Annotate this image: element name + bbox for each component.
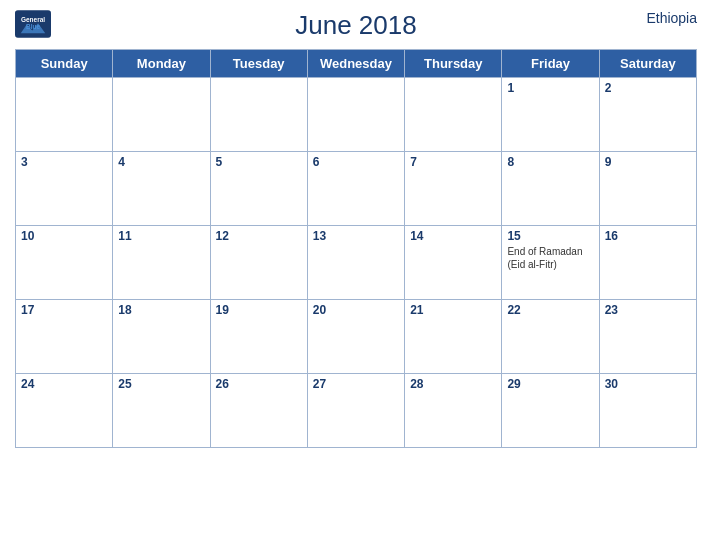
calendar-day-cell: 20 — [307, 300, 404, 374]
calendar-day-cell — [210, 78, 307, 152]
calendar-day-cell: 16 — [599, 226, 696, 300]
calendar-day-cell: 3 — [16, 152, 113, 226]
calendar-day-cell: 18 — [113, 300, 210, 374]
calendar-day-cell — [405, 78, 502, 152]
calendar-day-cell: 29 — [502, 374, 599, 448]
day-number: 19 — [216, 303, 302, 317]
header-sunday: Sunday — [16, 50, 113, 78]
country-label: Ethiopia — [646, 10, 697, 26]
day-number: 10 — [21, 229, 107, 243]
calendar-day-cell: 23 — [599, 300, 696, 374]
calendar-day-cell — [307, 78, 404, 152]
calendar-week-row: 3456789 — [16, 152, 697, 226]
day-number: 8 — [507, 155, 593, 169]
header-monday: Monday — [113, 50, 210, 78]
day-number: 26 — [216, 377, 302, 391]
day-number: 11 — [118, 229, 204, 243]
calendar-day-cell: 2 — [599, 78, 696, 152]
calendar-day-cell: 12 — [210, 226, 307, 300]
day-number: 13 — [313, 229, 399, 243]
calendar-day-cell: 14 — [405, 226, 502, 300]
header-friday: Friday — [502, 50, 599, 78]
header-wednesday: Wednesday — [307, 50, 404, 78]
calendar-day-cell: 28 — [405, 374, 502, 448]
day-number: 24 — [21, 377, 107, 391]
day-number: 21 — [410, 303, 496, 317]
calendar-week-row: 24252627282930 — [16, 374, 697, 448]
calendar-header: General Blue June 2018 Ethiopia — [15, 10, 697, 41]
calendar-day-cell: 13 — [307, 226, 404, 300]
calendar-day-cell: 8 — [502, 152, 599, 226]
header-thursday: Thursday — [405, 50, 502, 78]
day-number: 16 — [605, 229, 691, 243]
calendar-day-cell: 9 — [599, 152, 696, 226]
header-tuesday: Tuesday — [210, 50, 307, 78]
calendar-week-row: 101112131415End of Ramadan (Eid al-Fitr)… — [16, 226, 697, 300]
calendar-day-cell: 11 — [113, 226, 210, 300]
calendar-day-cell: 4 — [113, 152, 210, 226]
calendar-table: Sunday Monday Tuesday Wednesday Thursday… — [15, 49, 697, 448]
calendar-day-cell: 5 — [210, 152, 307, 226]
calendar-day-cell: 15End of Ramadan (Eid al-Fitr) — [502, 226, 599, 300]
calendar-week-row: 17181920212223 — [16, 300, 697, 374]
calendar-day-cell: 6 — [307, 152, 404, 226]
day-number: 3 — [21, 155, 107, 169]
calendar-day-cell: 7 — [405, 152, 502, 226]
day-number: 29 — [507, 377, 593, 391]
day-number: 2 — [605, 81, 691, 95]
calendar-day-cell: 19 — [210, 300, 307, 374]
weekday-header-row: Sunday Monday Tuesday Wednesday Thursday… — [16, 50, 697, 78]
calendar-title: June 2018 — [295, 10, 416, 41]
calendar-container: General Blue June 2018 Ethiopia Sunday M… — [0, 0, 712, 550]
day-number: 27 — [313, 377, 399, 391]
calendar-day-cell: 30 — [599, 374, 696, 448]
calendar-day-cell: 25 — [113, 374, 210, 448]
day-number: 7 — [410, 155, 496, 169]
day-number: 17 — [21, 303, 107, 317]
day-number: 28 — [410, 377, 496, 391]
calendar-day-cell: 21 — [405, 300, 502, 374]
day-number: 4 — [118, 155, 204, 169]
day-number: 20 — [313, 303, 399, 317]
day-number: 12 — [216, 229, 302, 243]
calendar-day-cell — [16, 78, 113, 152]
day-number: 18 — [118, 303, 204, 317]
calendar-week-row: 12 — [16, 78, 697, 152]
logo: General Blue — [15, 10, 51, 38]
calendar-day-cell — [113, 78, 210, 152]
event-label: End of Ramadan (Eid al-Fitr) — [507, 245, 593, 271]
calendar-day-cell: 27 — [307, 374, 404, 448]
calendar-day-cell: 17 — [16, 300, 113, 374]
day-number: 9 — [605, 155, 691, 169]
day-number: 1 — [507, 81, 593, 95]
calendar-day-cell: 26 — [210, 374, 307, 448]
calendar-day-cell: 24 — [16, 374, 113, 448]
day-number: 14 — [410, 229, 496, 243]
calendar-day-cell: 22 — [502, 300, 599, 374]
header-saturday: Saturday — [599, 50, 696, 78]
svg-text:General: General — [21, 16, 45, 23]
day-number: 23 — [605, 303, 691, 317]
day-number: 22 — [507, 303, 593, 317]
day-number: 15 — [507, 229, 593, 243]
calendar-day-cell: 10 — [16, 226, 113, 300]
day-number: 25 — [118, 377, 204, 391]
day-number: 30 — [605, 377, 691, 391]
day-number: 5 — [216, 155, 302, 169]
calendar-day-cell: 1 — [502, 78, 599, 152]
day-number: 6 — [313, 155, 399, 169]
